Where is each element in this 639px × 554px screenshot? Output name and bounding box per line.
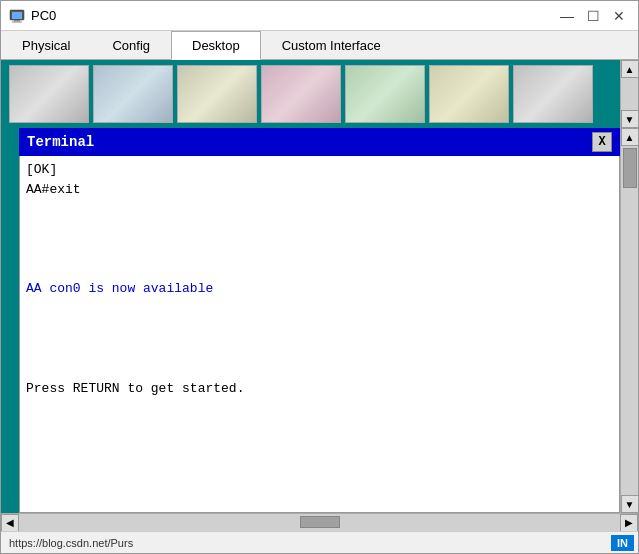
scroll-left-button[interactable]: ◀: [1, 514, 19, 532]
status-bar: https://blog.csdn.net/Purs IN: [1, 531, 638, 553]
thumbnail-img-7: [514, 66, 592, 122]
terminal-header: Terminal X: [19, 128, 620, 156]
bottom-scrollbar[interactable]: ◀ ▶: [1, 513, 638, 531]
thumbnail-5[interactable]: [345, 65, 425, 123]
terminal-close-button[interactable]: X: [592, 132, 612, 152]
thumbnail-1[interactable]: [9, 65, 89, 123]
terminal-line-2: AA#exit: [26, 180, 613, 200]
computer-icon: [9, 8, 25, 24]
main-scrollbar[interactable]: ▲ ▼: [620, 128, 638, 513]
title-bar-left: PC0: [9, 8, 56, 24]
bottom-scroll-thumb: [300, 516, 340, 528]
scroll-down-button[interactable]: ▼: [621, 495, 639, 513]
tab-desktop[interactable]: Desktop: [171, 31, 261, 60]
tab-custom-interface[interactable]: Custom Interface: [261, 31, 402, 59]
thumbnail-bar: [1, 60, 638, 128]
scroll-track: [621, 146, 638, 495]
thumbnail-scrollbar[interactable]: ▲ ▼: [620, 60, 638, 128]
status-url: https://blog.csdn.net/Purs: [1, 537, 611, 549]
terminal-spacer-1: [26, 199, 613, 279]
thumbnail-3[interactable]: [177, 65, 257, 123]
title-controls: — ☐ ✕: [556, 5, 630, 27]
thumbnail-2[interactable]: [93, 65, 173, 123]
tab-physical[interactable]: Physical: [1, 31, 91, 59]
thumb-scroll-down[interactable]: ▼: [621, 110, 639, 128]
thumbnail-img-6: [430, 66, 508, 122]
title-bar: PC0 — ☐ ✕: [1, 1, 638, 31]
bottom-scroll-track: [19, 514, 620, 531]
terminal-line-return: Press RETURN to get started.: [26, 379, 613, 399]
terminal-spacer-2: [26, 299, 613, 379]
thumbnail-img-2: [94, 66, 172, 122]
tab-config[interactable]: Config: [91, 31, 171, 59]
thumbnail-img-4: [262, 66, 340, 122]
thumbnail-7[interactable]: [513, 65, 593, 123]
svg-rect-1: [12, 12, 22, 19]
thumb-scroll-up[interactable]: ▲: [621, 60, 639, 78]
terminal-title: Terminal: [27, 134, 94, 150]
terminal-line-available: AA con0 is now available: [26, 279, 613, 299]
window-title: PC0: [31, 8, 56, 23]
thumbnail-6[interactable]: [429, 65, 509, 123]
maximize-button[interactable]: ☐: [582, 5, 604, 27]
scroll-up-button[interactable]: ▲: [621, 128, 639, 146]
content-area: ▲ ▼ Terminal X [OK] AA#exit AA con0 is n…: [1, 60, 638, 531]
thumbnail-img-3: [178, 66, 256, 122]
thumbnail-img-5: [346, 66, 424, 122]
terminal-container: Terminal X [OK] AA#exit AA con0 is now a…: [19, 128, 620, 513]
svg-rect-3: [12, 21, 22, 22]
tab-bar: Physical Config Desktop Custom Interface: [1, 31, 638, 60]
close-window-button[interactable]: ✕: [608, 5, 630, 27]
scroll-right-button[interactable]: ▶: [620, 514, 638, 532]
terminal-body[interactable]: [OK] AA#exit AA con0 is now available Pr…: [19, 156, 620, 513]
thumbnail-4[interactable]: [261, 65, 341, 123]
scroll-thumb: [623, 148, 637, 188]
minimize-button[interactable]: —: [556, 5, 578, 27]
status-button[interactable]: IN: [611, 535, 634, 551]
terminal-spacer-3: [26, 398, 613, 438]
thumbnail-img-1: [10, 66, 88, 122]
window: PC0 — ☐ ✕ Physical Config Desktop Custom…: [0, 0, 639, 554]
svg-rect-2: [14, 20, 20, 22]
terminal-line-1: [OK]: [26, 160, 613, 180]
